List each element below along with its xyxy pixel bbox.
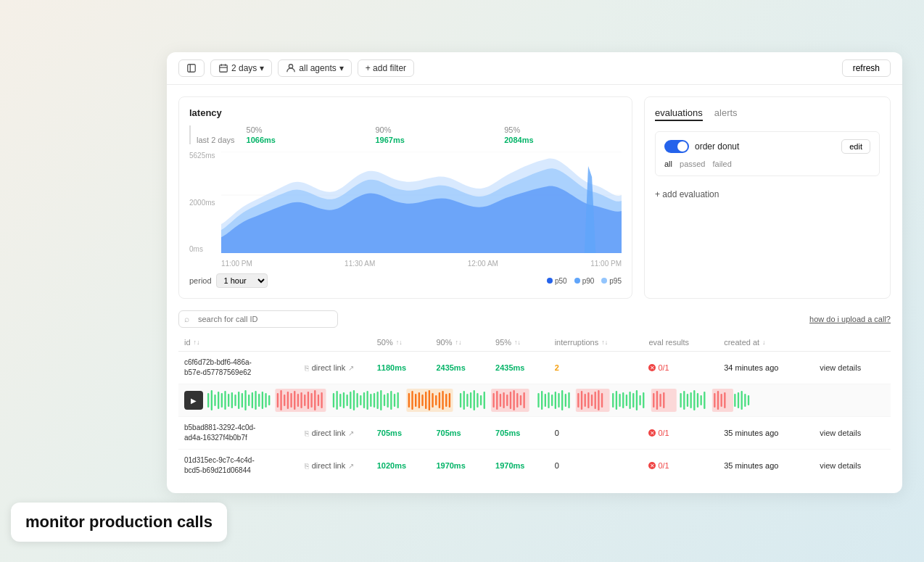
play-icon: ▶: [191, 397, 197, 405]
svg-rect-80: [466, 394, 468, 407]
tab-evaluations[interactable]: evaluations: [655, 107, 703, 121]
svg-rect-55: [370, 394, 371, 407]
row-id-cell: 01d315ec-9c7c-4c4d-bcd5-b69d21d06844: [178, 450, 299, 482]
copy-icon[interactable]: ⎘: [305, 429, 309, 437]
stat-p90: 1967ms: [375, 136, 492, 144]
svg-rect-120: [626, 394, 627, 406]
svg-rect-44: [333, 393, 334, 408]
svg-rect-72: [432, 393, 433, 408]
svg-rect-28: [268, 395, 270, 405]
eval-toggle[interactable]: [664, 140, 689, 153]
agents-label: all agents: [299, 63, 336, 73]
svg-rect-46: [339, 394, 341, 407]
date-range-button[interactable]: 2 days ▾: [210, 59, 272, 77]
svg-rect-140: [714, 393, 715, 408]
filter-all[interactable]: all: [664, 160, 672, 168]
sort-p90[interactable]: 90% ↑↓: [436, 338, 461, 347]
svg-rect-57: [377, 392, 379, 409]
external-link-icon[interactable]: ↗: [348, 462, 354, 470]
latency-chart: 5625ms 2000ms 0ms: [189, 152, 622, 268]
row-link-cell: ⎘ direct link ↗: [299, 352, 371, 384]
svg-rect-81: [470, 392, 471, 408]
svg-rect-98: [541, 391, 543, 410]
svg-rect-125: [643, 392, 644, 408]
svg-rect-38: [304, 394, 305, 406]
sort-p95[interactable]: 95% ↑↓: [495, 338, 521, 347]
chart-footer: period 1 hour 6 hours 1 day p50 p90: [189, 273, 622, 288]
row-p90: 1970ms: [430, 450, 490, 482]
search-icon: ⌕: [184, 314, 189, 324]
svg-rect-79: [463, 391, 465, 410]
svg-rect-52: [360, 395, 361, 405]
copy-icon[interactable]: ⎘: [305, 462, 309, 470]
svg-rect-134: [690, 392, 691, 408]
svg-rect-36: [297, 394, 299, 407]
play-button[interactable]: ▶: [184, 391, 203, 410]
period-select[interactable]: 1 hour 6 hours 1 day: [216, 273, 268, 288]
toolbar: 2 days ▾ all agents ▾ + add filter refre…: [167, 52, 902, 85]
svg-rect-62: [394, 394, 395, 407]
add-evaluation-button[interactable]: + add evaluation: [655, 183, 880, 205]
bottom-label: monitor production calls: [11, 503, 227, 542]
fail-dot-icon: ✕: [648, 462, 656, 469]
view-details-button[interactable]: view details: [820, 429, 861, 437]
row-id-cell: b5bad881-3292-4c0d-ad4a-16327f4b0b7f: [178, 417, 299, 450]
svg-rect-143: [724, 392, 725, 408]
row-interruptions: 0: [549, 417, 643, 450]
latency-stats: 50% 90% 95% last 2 days 1066ms 1967ms 20…: [189, 125, 622, 144]
view-details-button[interactable]: view details: [820, 363, 861, 372]
add-filter-button[interactable]: + add filter: [358, 59, 414, 77]
svg-rect-50: [353, 390, 355, 410]
calls-section: ⌕ how do i upload a call? id ↑↓ 50% ↑↓ 9…: [167, 310, 902, 493]
svg-rect-75: [442, 391, 443, 410]
sort-p50[interactable]: 50% ↑↓: [377, 338, 403, 347]
svg-rect-115: [601, 393, 603, 408]
refresh-button[interactable]: refresh: [842, 59, 891, 77]
panel-toggle-button[interactable]: [178, 59, 205, 77]
svg-rect-71: [429, 390, 430, 410]
external-link-icon[interactable]: ↗: [348, 364, 354, 372]
tab-alerts[interactable]: alerts: [714, 107, 738, 121]
svg-rect-90: [503, 392, 504, 408]
svg-rect-131: [680, 393, 681, 408]
upload-call-link[interactable]: how do i upload a call?: [809, 315, 891, 323]
svg-rect-91: [506, 394, 508, 406]
view-details-button[interactable]: view details: [820, 461, 861, 470]
call-id-search[interactable]: [178, 310, 338, 328]
external-link-icon[interactable]: ↗: [348, 429, 354, 437]
chart-svg-wrap: [221, 152, 622, 253]
svg-rect-17: [231, 392, 233, 408]
waveform-container: ▶: [184, 387, 885, 413]
sort-id[interactable]: id ↑↓: [184, 338, 200, 347]
svg-rect-138: [704, 392, 705, 409]
svg-rect-130: [663, 392, 664, 408]
table-row: b5bad881-3292-4c0d-ad4a-16327f4b0b7f ⎘ d…: [178, 417, 891, 450]
legend-p50: p50: [547, 277, 567, 285]
sort-created[interactable]: created at ↓: [724, 338, 765, 347]
filter-passed[interactable]: passed: [680, 160, 705, 168]
svg-rect-110: [585, 394, 586, 407]
col-p90: 90% ↑↓: [430, 335, 490, 352]
legend-dot-p95: [601, 278, 607, 284]
row-action: view details: [814, 450, 891, 482]
svg-rect-145: [738, 392, 739, 408]
sort-interruptions[interactable]: interruptions ↑↓: [555, 338, 609, 347]
svg-rect-41: [314, 390, 315, 410]
add-filter-label: + add filter: [366, 63, 406, 73]
svg-rect-147: [744, 394, 746, 407]
legend-p90: p90: [574, 277, 595, 285]
svg-rect-99: [545, 394, 546, 407]
agents-filter-button[interactable]: all agents ▾: [278, 59, 351, 77]
svg-point-6: [289, 65, 293, 68]
edit-button[interactable]: edit: [841, 139, 870, 154]
svg-rect-0: [188, 65, 196, 73]
main-container: 2 days ▾ all agents ▾ + add filter refre…: [167, 52, 902, 493]
svg-rect-2: [220, 65, 228, 73]
filter-failed[interactable]: failed: [713, 160, 732, 168]
copy-icon[interactable]: ⎘: [305, 364, 309, 372]
waveform-svg: [207, 387, 885, 413]
svg-rect-132: [683, 391, 685, 410]
svg-rect-141: [717, 391, 719, 410]
svg-rect-27: [265, 393, 266, 408]
legend-dot-p90: [574, 278, 580, 284]
